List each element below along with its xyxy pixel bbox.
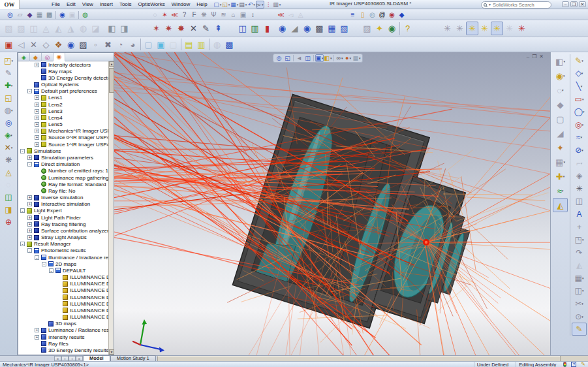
- tree-item[interactable]: ILLUMINANCE DETEC: [18, 281, 108, 287]
- display-style-icon[interactable]: ◧▾: [324, 54, 332, 62]
- dropdown-arrow-icon[interactable]: ▾: [341, 56, 343, 60]
- tab-nav-2[interactable]: ›: [69, 356, 76, 361]
- tab-motion-study-1[interactable]: Motion Study 1: [110, 355, 156, 361]
- minimize-button[interactable]: –: [562, 1, 569, 7]
- tree-item[interactable]: +Lens1: [18, 95, 108, 101]
- home-view-icon[interactable]: ⌂: [228, 10, 238, 20]
- optis-color-map-icon[interactable]: ◍: [80, 10, 90, 20]
- dropdown-arrow-icon[interactable]: ▾: [582, 97, 584, 101]
- dropdown-arrow-icon[interactable]: ▾: [11, 59, 13, 63]
- dropdown-arrow-icon[interactable]: ▾: [11, 84, 13, 88]
- cd-rom-icon[interactable]: ◎: [367, 10, 377, 20]
- line-icon[interactable]: ╲▾: [572, 80, 587, 93]
- lights-red-icon[interactable]: ✳: [516, 22, 528, 35]
- dropdown-arrow-icon[interactable]: ▾: [11, 146, 13, 150]
- tree-item[interactable]: -Default part preferences: [18, 88, 108, 95]
- fastener-icon[interactable]: ✚▾: [553, 169, 568, 184]
- select-tool-icon[interactable]: ▻▾: [256, 1, 264, 8]
- new-document-icon[interactable]: ▢▾: [213, 1, 222, 8]
- tree-item[interactable]: +Intensity detectors: [18, 61, 108, 68]
- diamond-tool-icon[interactable]: ◇: [40, 38, 52, 52]
- tree-item[interactable]: -Simulations: [18, 148, 108, 154]
- show-hidden-components-icon[interactable]: ◬: [1, 166, 16, 178]
- collapse-icon[interactable]: -: [49, 268, 54, 273]
- flex-icon[interactable]: ≈▾: [553, 184, 568, 198]
- tree-item[interactable]: ILLUMINANCE DETEC: [18, 307, 108, 313]
- dropdown-arrow-icon[interactable]: ▾: [563, 174, 565, 178]
- clipboard-icon[interactable]: ▯: [358, 10, 367, 20]
- menu-insert[interactable]: Insert: [97, 0, 116, 8]
- tree-item[interactable]: Ray file format: Standard: [18, 181, 108, 187]
- tree-item[interactable]: 3D maps: [18, 321, 108, 327]
- chart-panel-icon[interactable]: ▥: [249, 22, 261, 35]
- tree-item[interactable]: -DEFAULT: [18, 267, 108, 274]
- undo-icon[interactable]: ↶▾: [247, 1, 256, 8]
- map-dark-icon[interactable]: ▩: [313, 22, 326, 35]
- tree-item[interactable]: Ray files: [18, 340, 108, 347]
- sketch-active-icon[interactable]: ✎: [572, 323, 587, 336]
- lofted-boss-icon[interactable]: ◆: [553, 97, 568, 112]
- collapse-icon[interactable]: -: [20, 208, 25, 213]
- smart-fasteners-icon[interactable]: ◎: [1, 116, 16, 129]
- explode-line-sketch-icon[interactable]: ◨: [1, 203, 16, 215]
- dropdown-arrow-icon[interactable]: ▾: [359, 56, 361, 60]
- collapse-icon[interactable]: -: [35, 255, 39, 260]
- dropdown-arrow-icon[interactable]: ▾: [581, 135, 583, 139]
- clock-fwd-icon[interactable]: ◕: [127, 38, 139, 52]
- security-lock-icon[interactable]: ◉: [387, 10, 397, 20]
- speaker-left-icon[interactable]: ◁: [15, 38, 27, 52]
- tree-item[interactable]: -2D maps: [18, 261, 108, 267]
- menu-edit[interactable]: Edit: [63, 0, 79, 8]
- collapse-icon[interactable]: -: [27, 89, 32, 93]
- tree-item[interactable]: ILLUMINANCE DETEC: [18, 287, 108, 294]
- dropdown-arrow-icon[interactable]: ▾: [582, 289, 584, 293]
- previous-view-icon[interactable]: ◄: [295, 54, 303, 62]
- edit-appearance-icon[interactable]: ●▾: [344, 54, 352, 62]
- tree-item[interactable]: +Source 0^IR Imager USP4030805: [18, 135, 108, 141]
- view-orientation-icon[interactable]: ▣▾: [315, 54, 324, 62]
- chart-tool-icon[interactable]: ▨: [77, 38, 89, 52]
- lights-all-pressed-icon[interactable]: ✳: [491, 22, 503, 35]
- tab-nav-0[interactable]: «: [54, 356, 61, 361]
- tree-item[interactable]: +Luminance / Radiance results: [18, 327, 108, 334]
- extrude-boss-icon[interactable]: ◧▾: [553, 54, 568, 69]
- tree-item[interactable]: +Interactive simulation: [18, 201, 108, 208]
- cube-right-icon[interactable]: ◨: [118, 22, 131, 35]
- convert-entities-icon[interactable]: ↷: [572, 246, 587, 259]
- tree-item[interactable]: Number of emitted rays: 1 Mega-: [18, 168, 108, 174]
- tree-item[interactable]: +Intensity results: [18, 334, 108, 340]
- shield-icon[interactable]: ◉: [386, 22, 398, 35]
- menu-list-icon[interactable]: ≡: [348, 10, 358, 20]
- tree-item[interactable]: ILLUMINANCE DETEC: [18, 314, 108, 321]
- dropdown-arrow-icon[interactable]: ▾: [581, 84, 583, 88]
- sketch-icon[interactable]: ✎▾: [572, 54, 587, 67]
- dropdown-arrow-icon[interactable]: ▾: [245, 3, 247, 7]
- linear-sketch-pattern-icon[interactable]: ▦▾: [572, 272, 587, 285]
- dropdown-arrow-icon[interactable]: ▾: [581, 59, 583, 63]
- ray-cross-3-icon[interactable]: ✸: [175, 22, 187, 35]
- tree-item[interactable]: 3D Energy Density results: [18, 347, 108, 353]
- tree-item[interactable]: -Result Manager: [18, 241, 108, 247]
- tree-item[interactable]: -Photometric results: [18, 247, 108, 254]
- construction-geometry-icon[interactable]: ⊙▾: [572, 310, 587, 323]
- search-dropdown-icon[interactable]: ▼: [488, 3, 491, 7]
- move-entities-icon[interactable]: ◫▾: [572, 285, 587, 298]
- graphics-viewport[interactable]: ◎◱◄◫▣▾◧▾∞▾●▾▦▾ –❒✕: [114, 52, 550, 355]
- collapse-icon[interactable]: -: [27, 162, 32, 167]
- expand-icon[interactable]: +: [27, 215, 32, 220]
- tab-nav-3[interactable]: »: [76, 356, 83, 361]
- tree-item[interactable]: -Direct simulation: [18, 161, 108, 168]
- doc-close[interactable]: ✕: [539, 54, 544, 59]
- dropdown-arrow-icon[interactable]: ▾: [581, 302, 583, 306]
- rotate-component-icon[interactable]: ✕▾: [1, 141, 16, 153]
- collapse-icon[interactable]: -: [20, 242, 25, 246]
- menu-help[interactable]: Help: [193, 0, 210, 8]
- insert-components-icon[interactable]: ◰▾: [1, 54, 16, 67]
- tree-item[interactable]: +Simulation parameters: [18, 154, 108, 161]
- tab-nav-1[interactable]: ‹: [61, 356, 69, 361]
- collapse-icon[interactable]: -: [42, 262, 46, 266]
- dropdown-arrow-icon[interactable]: ▾: [581, 71, 583, 75]
- menu-file[interactable]: File: [48, 0, 63, 8]
- optis-prism-icon[interactable]: ◆: [25, 10, 35, 20]
- exploded-view-icon[interactable]: ◫: [1, 191, 16, 203]
